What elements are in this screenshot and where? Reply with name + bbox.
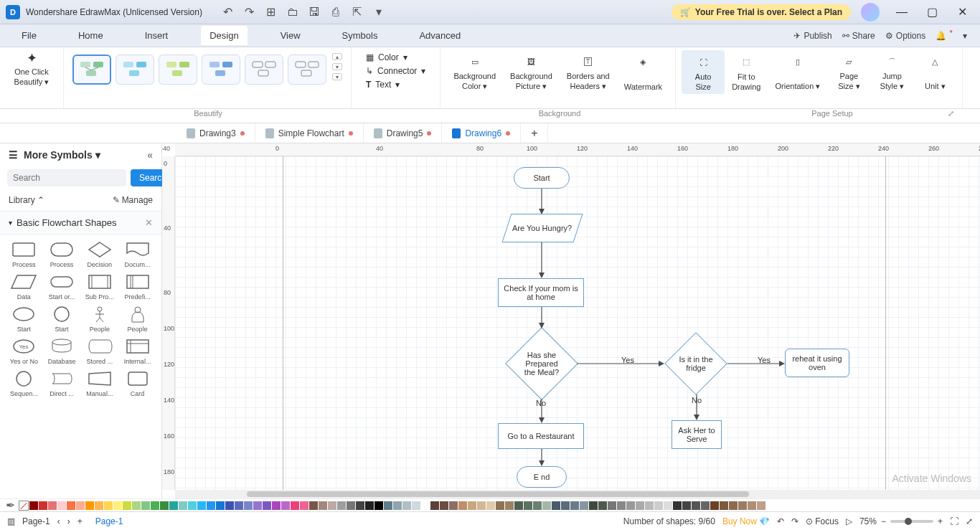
color-swatch[interactable] (67, 501, 75, 510)
shape-item[interactable]: Start (6, 305, 42, 333)
color-swatch[interactable] (151, 501, 159, 510)
color-swatch[interactable] (468, 501, 476, 510)
color-swatch[interactable] (402, 501, 411, 510)
color-swatch[interactable] (309, 501, 318, 510)
shape-item[interactable]: Decision (82, 240, 118, 268)
color-swatch[interactable] (319, 501, 327, 510)
shape-item[interactable]: Direct ... (44, 369, 80, 397)
new-icon[interactable]: ⊞ (265, 6, 277, 18)
color-swatch[interactable] (412, 501, 420, 510)
shape-item[interactable]: Stored ... (82, 337, 118, 365)
color-swatch[interactable] (505, 501, 514, 510)
color-swatch[interactable] (104, 501, 113, 510)
maximize-button[interactable]: ▢ (920, 2, 944, 22)
color-swatch[interactable] (729, 501, 738, 510)
menu-home[interactable]: Home (70, 26, 112, 45)
color-swatch[interactable] (748, 501, 756, 510)
zoom-in-icon[interactable]: + (938, 516, 943, 526)
buy-now-button[interactable]: Buy Now 💎 (722, 516, 770, 526)
notifications-icon[interactable]: 🔔● (936, 31, 953, 41)
color-swatch[interactable] (738, 501, 747, 510)
color-swatch[interactable] (636, 501, 644, 510)
color-swatch[interactable] (542, 501, 551, 510)
shape-item[interactable]: Database (44, 337, 80, 365)
manage-button[interactable]: ✎ Manage (113, 195, 153, 205)
color-swatch[interactable] (347, 501, 355, 510)
borders-headers-button[interactable]: 🅃 Borders andHeaders ▾ (560, 50, 617, 94)
export-icon[interactable]: ⇱ (352, 6, 363, 18)
shape-item[interactable]: YesYes or No (6, 337, 42, 365)
color-swatch[interactable] (710, 501, 719, 510)
shape-item[interactable]: Process (44, 240, 80, 268)
shape-item[interactable]: Manual... (82, 369, 118, 397)
shape-item[interactable]: Process (6, 240, 42, 268)
page-prev-icon[interactable]: ‹ (57, 516, 60, 526)
color-swatch[interactable] (48, 501, 57, 510)
color-swatch[interactable] (757, 501, 765, 510)
color-swatch[interactable] (197, 501, 206, 510)
text-dropdown[interactable]: T Text ▾ (363, 79, 428, 90)
jump-style-button[interactable]: ⌒ JumpStyle ▾ (870, 50, 913, 94)
search-input[interactable] (7, 169, 126, 186)
doc-tab[interactable]: Simple Flowchart (255, 123, 364, 143)
scrollbar-horizontal-thumb[interactable] (247, 491, 749, 497)
color-swatch[interactable] (458, 501, 467, 510)
print-icon[interactable]: ⎙ (330, 6, 341, 18)
color-swatch[interactable] (393, 501, 402, 510)
node-start[interactable]: Start (514, 167, 570, 189)
auto-size-button[interactable]: ⛶ AutoSize (682, 50, 725, 94)
qat-more-icon[interactable]: ▾ (373, 6, 385, 18)
fit-drawing-button[interactable]: ⬚ Fit toDrawing (725, 50, 768, 94)
shape-item[interactable]: Sequen... (6, 369, 42, 397)
color-swatch[interactable] (300, 501, 308, 510)
color-swatch[interactable] (440, 501, 448, 510)
avatar[interactable] (861, 3, 880, 22)
background-color-button[interactable]: ▭ BackgroundColor ▾ (446, 50, 503, 94)
node-restaurant[interactable]: Go to a Restaurant (498, 423, 584, 449)
zoom-out-icon[interactable]: − (881, 516, 886, 526)
theme-thumb-1[interactable] (72, 55, 111, 85)
shape-item[interactable]: Card (119, 369, 156, 397)
menu-file[interactable]: File (13, 26, 45, 45)
color-swatch[interactable] (281, 501, 290, 510)
color-swatch[interactable] (654, 501, 663, 510)
color-swatch[interactable] (514, 501, 523, 510)
scrollbar-horizontal[interactable] (175, 490, 980, 498)
new-tab-button[interactable]: + (521, 123, 548, 143)
node-hungry[interactable]: Are You Hungry? (502, 214, 583, 242)
color-swatch[interactable] (430, 501, 439, 510)
shape-item[interactable]: Predefi... (119, 273, 156, 301)
color-swatch[interactable] (533, 501, 542, 510)
no-fill-swatch[interactable] (19, 501, 29, 511)
shape-item[interactable]: Internal... (119, 337, 156, 365)
theme-thumb-3[interactable] (159, 55, 197, 85)
color-swatch[interactable] (552, 501, 560, 510)
color-swatch[interactable] (244, 501, 253, 510)
color-swatch[interactable] (169, 501, 178, 510)
color-swatch[interactable] (580, 501, 588, 510)
theme-next-icon[interactable]: ▾ (332, 63, 342, 70)
theme-prev-icon[interactable]: ▴ (332, 53, 342, 60)
redo-status-icon[interactable]: ↷ (791, 516, 798, 526)
undo-status-icon[interactable]: ↶ (777, 516, 784, 526)
color-swatch[interactable] (682, 501, 691, 510)
options-button[interactable]: ⚙ Options (885, 31, 925, 41)
color-swatch[interactable] (123, 501, 131, 510)
color-swatch[interactable] (486, 501, 495, 510)
color-swatch[interactable] (337, 501, 346, 510)
color-swatch[interactable] (141, 501, 150, 510)
symbols-panel-title[interactable]: More Symbols ▾ (24, 149, 100, 161)
theme-thumb-5[interactable] (245, 55, 283, 85)
chevron-down-icon[interactable]: ▾ (9, 219, 12, 227)
color-swatch[interactable] (188, 501, 197, 510)
color-swatch[interactable] (57, 501, 66, 510)
presentation-icon[interactable]: ▷ (846, 516, 852, 526)
doc-tab[interactable]: Drawing6 (442, 123, 521, 143)
color-swatch[interactable] (132, 501, 141, 510)
color-swatch[interactable] (626, 501, 635, 510)
focus-button[interactable]: ⊙ Focus (806, 516, 839, 526)
menu-symbols[interactable]: Symbols (334, 26, 387, 45)
page-next-icon[interactable]: › (67, 516, 70, 526)
fullscreen-icon[interactable]: ⤢ (966, 516, 973, 526)
color-swatch[interactable] (421, 501, 430, 510)
